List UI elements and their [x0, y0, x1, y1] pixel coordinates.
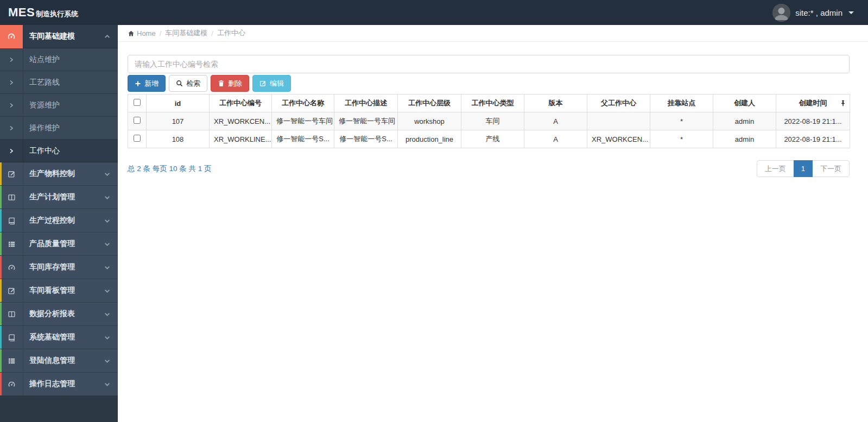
sidebar-subitem-operation-maintenance[interactable]: 操作维护 — [0, 117, 118, 140]
sidebar-subitem-site-maintenance[interactable]: 站点维护 — [0, 48, 118, 71]
chevron-right-icon — [0, 80, 23, 85]
page-body: 新增 检索 删除 编辑 — [118, 42, 868, 177]
sidebar-subitem-process-route[interactable]: 工艺路线 — [0, 71, 118, 94]
sidebar-item-label: 操作日志管理 — [23, 379, 104, 389]
book-icon — [0, 217, 23, 225]
work-center-table: id 工作中心编号 工作中心名称 工作中心描述 工作中心层级 工作中心类型 版本… — [128, 94, 850, 148]
sidebar-item-workshop-basic-modeling[interactable]: 车间基础建模 — [0, 25, 118, 48]
brand-primary-text: MES — [8, 5, 35, 20]
sidebar-item-login-info-management[interactable]: 登陆信息管理 — [0, 349, 118, 373]
cell-name: 修一智能一号S... — [272, 130, 334, 148]
gauge-icon — [0, 25, 23, 48]
pagination-summary: 总 2 条 每页 10 条 共 1 页 — [128, 164, 212, 174]
cell-code: XR_WORKLINE... — [210, 130, 272, 148]
chevron-down-icon — [104, 381, 110, 387]
sidebar-item-production-process-control[interactable]: 生产过程控制 — [0, 209, 118, 232]
edit-button-label: 编辑 — [270, 79, 284, 89]
sidebar-item-label: 生产计划管理 — [23, 192, 104, 202]
sidebar-item-label: 生产物料控制 — [23, 169, 104, 179]
chevron-down-icon — [104, 241, 110, 247]
column-header-name: 工作中心名称 — [272, 95, 334, 112]
list-icon — [0, 357, 23, 365]
edit-button[interactable]: 编辑 — [252, 75, 291, 92]
cell-created-time: 2022-08-19 21:1... — [776, 130, 850, 148]
chevron-right-icon — [0, 125, 23, 131]
subitem-label: 工艺路线 — [23, 78, 60, 87]
sidebar-subitem-work-center[interactable]: 工作中心 — [0, 140, 118, 162]
table-header-row: id 工作中心编号 工作中心名称 工作中心描述 工作中心层级 工作中心类型 版本… — [128, 95, 850, 112]
column-header-version: 版本 — [524, 95, 587, 112]
row-checkbox[interactable] — [134, 135, 141, 142]
sidebar-group-label: 车间基础建模 — [23, 32, 104, 41]
cell-name: 修一智能一号车间 — [272, 112, 334, 130]
chevron-up-icon — [104, 34, 110, 40]
edit-square-icon — [0, 170, 23, 178]
chevron-down-icon — [104, 311, 110, 317]
sidebar-item-production-plan-management[interactable]: 生产计划管理 — [0, 186, 118, 209]
breadcrumb-home[interactable]: Home — [128, 29, 156, 37]
chevron-down-icon — [104, 194, 110, 200]
column-header-type: 工作中心类型 — [461, 95, 524, 112]
breadcrumb-separator: / — [160, 29, 162, 37]
cell-code: XR_WORKCEN... — [210, 112, 272, 130]
chevron-right-icon — [0, 103, 23, 108]
gauge-icon — [0, 380, 23, 388]
chevron-down-icon — [104, 218, 110, 224]
column-header-parent: 父工作中心 — [587, 95, 650, 112]
sidebar-item-workshop-inventory-management[interactable]: 车间库存管理 — [0, 256, 118, 279]
cell-type: 车间 — [461, 112, 524, 130]
row-checkbox[interactable] — [134, 117, 141, 124]
sidebar-item-label: 系统基础管理 — [23, 332, 104, 342]
subitem-label: 资源维护 — [23, 100, 60, 110]
breadcrumb: Home / 车间基础建模 / 工作中心 — [118, 25, 868, 42]
column-header-station: 挂靠站点 — [650, 95, 713, 112]
search-button[interactable]: 检索 — [169, 75, 207, 92]
prev-page-button[interactable]: 上一页 — [757, 160, 794, 177]
column-header-created-time: 创建时间 — [776, 95, 850, 112]
select-all-checkbox[interactable] — [134, 99, 141, 106]
sidebar-item-label: 生产过程控制 — [23, 216, 104, 225]
plus-icon — [135, 80, 141, 87]
cell-creator: admin — [713, 112, 776, 130]
sidebar-item-label: 车间看板管理 — [23, 286, 104, 295]
brand-secondary-text: 制造执行系统 — [36, 9, 78, 19]
sidebar-item-product-quality-management[interactable]: 产品质量管理 — [0, 232, 118, 256]
delete-button-label: 删除 — [228, 79, 242, 89]
column-header-id: id — [147, 95, 210, 112]
header-checkbox-cell — [128, 95, 147, 112]
breadcrumb-item-workshop-basic-modeling[interactable]: 车间基础建模 — [165, 28, 207, 38]
cell-description: 修一智能一号S... — [334, 130, 398, 148]
add-button[interactable]: 新增 — [128, 75, 166, 92]
pin-icon[interactable] — [840, 100, 846, 107]
user-menu[interactable]: site:* , admin — [772, 4, 854, 22]
next-page-button[interactable]: 下一页 — [812, 160, 850, 177]
sidebar-item-workshop-kanban-management[interactable]: 车间看板管理 — [0, 279, 118, 303]
cell-creator: admin — [713, 130, 776, 148]
chevron-down-icon — [104, 335, 110, 341]
cell-level: production_line — [398, 130, 461, 148]
table-row: 108 XR_WORKLINE... 修一智能一号S... 修一智能一号S...… — [128, 130, 850, 148]
sidebar-item-data-analysis-report[interactable]: 数据分析报表 — [0, 303, 118, 326]
user-label: site:* , admin — [795, 8, 842, 17]
delete-button[interactable]: 删除 — [211, 75, 249, 92]
sidebar-item-label: 车间库存管理 — [23, 262, 104, 272]
cell-parent: XR_WORKCEN... — [587, 130, 650, 148]
sidebar-subitem-resource-maintenance[interactable]: 资源维护 — [0, 94, 118, 117]
home-icon — [128, 30, 135, 37]
search-button-label: 检索 — [186, 79, 200, 89]
chevron-down-icon — [104, 288, 110, 294]
search-input[interactable] — [128, 55, 850, 73]
page-1-button[interactable]: 1 — [794, 160, 813, 177]
cell-version: A — [524, 130, 587, 148]
columns-icon — [0, 310, 23, 318]
sidebar-item-label: 产品质量管理 — [23, 239, 104, 249]
cell-station: * — [650, 112, 713, 130]
sidebar-item-production-material-control[interactable]: 生产物料控制 — [0, 162, 118, 186]
sidebar-item-operation-log-management[interactable]: 操作日志管理 — [0, 373, 118, 396]
columns-icon — [0, 193, 23, 201]
brand-logo[interactable]: MES 制造执行系统 — [8, 5, 78, 20]
breadcrumb-home-label: Home — [137, 29, 156, 37]
subitem-label: 操作维护 — [23, 123, 60, 133]
subitem-label: 站点维护 — [23, 55, 60, 65]
sidebar-item-system-basic-management[interactable]: 系统基础管理 — [0, 326, 118, 349]
